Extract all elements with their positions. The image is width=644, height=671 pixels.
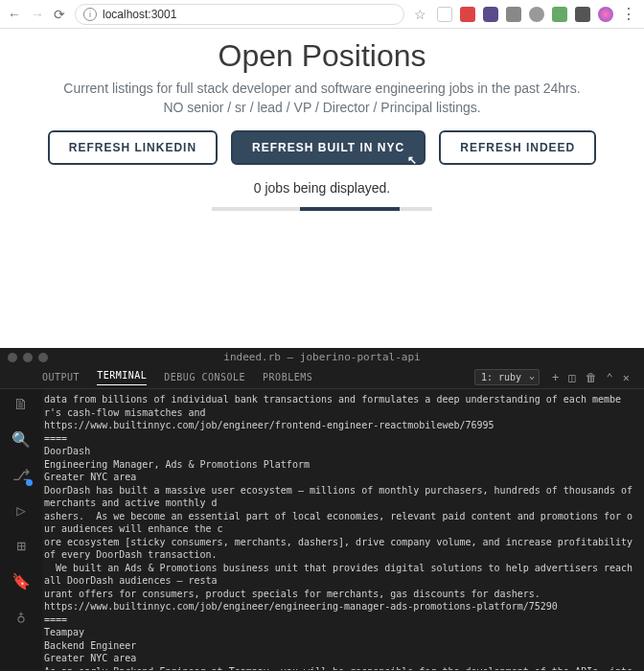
refresh-linkedin-button[interactable]: REFRESH LINKEDIN bbox=[48, 130, 218, 165]
extension-icon[interactable] bbox=[437, 7, 452, 22]
extension-icons: ☆ ⋮ bbox=[414, 5, 636, 23]
tab-debug[interactable]: DEBUG CONSOLE bbox=[164, 372, 245, 382]
browser-toolbar: ← → ⟳ i localhost:3001 ☆ ⋮ bbox=[0, 0, 644, 29]
git-graph-icon[interactable]: ♁ bbox=[16, 608, 26, 626]
search-icon[interactable]: 🔍 bbox=[12, 430, 31, 449]
files-icon[interactable]: 🗎 bbox=[13, 395, 29, 413]
tab-problems[interactable]: PROBLEMS bbox=[263, 372, 312, 382]
bookmark-icon[interactable]: ☆ bbox=[414, 7, 429, 22]
minimize-window-icon[interactable] bbox=[23, 353, 33, 362]
extension-icon[interactable] bbox=[483, 7, 498, 22]
progress-indicator bbox=[300, 207, 400, 211]
reload-icon[interactable]: ⟳ bbox=[54, 7, 65, 22]
activity-bar: 🗎 🔍 ⎇ ▷ ⊞ 🔖 ♁ bbox=[0, 389, 42, 670]
page-subtitle: Current listings for full stack develope… bbox=[19, 80, 625, 117]
url-bar[interactable]: i localhost:3001 bbox=[75, 4, 404, 25]
debug-icon[interactable]: ▷ bbox=[16, 501, 26, 520]
cursor-icon: ↖ bbox=[407, 153, 418, 167]
extension-icon[interactable] bbox=[460, 7, 475, 22]
progress-bar bbox=[212, 207, 432, 211]
site-info-icon[interactable]: i bbox=[83, 8, 97, 21]
tab-terminal[interactable]: TERMINAL bbox=[97, 370, 147, 385]
extension-icon[interactable] bbox=[575, 7, 590, 22]
forward-icon[interactable]: → bbox=[31, 7, 44, 22]
tab-output[interactable]: OUTPUT bbox=[42, 372, 80, 382]
source-control-icon[interactable]: ⎇ bbox=[12, 466, 30, 484]
bookmark-icon[interactable]: 🔖 bbox=[12, 572, 31, 590]
editor-window: indeed.rb — joberino-portal-api OUTPUT T… bbox=[0, 348, 644, 671]
maximize-window-icon[interactable] bbox=[38, 353, 48, 362]
extension-icon[interactable] bbox=[552, 7, 567, 22]
profile-avatar-icon[interactable] bbox=[598, 7, 613, 22]
close-panel-icon[interactable]: ✕ bbox=[623, 371, 630, 384]
back-icon[interactable]: ← bbox=[8, 7, 21, 22]
chevron-up-icon[interactable]: ⌃ bbox=[607, 371, 613, 384]
split-terminal-icon[interactable]: ◫ bbox=[568, 371, 575, 384]
terminal-selector[interactable]: 1: ruby bbox=[474, 369, 540, 385]
extensions-icon[interactable]: ⊞ bbox=[16, 537, 26, 555]
menu-icon[interactable]: ⋮ bbox=[621, 5, 636, 23]
terminal-output[interactable]: data from billions of individual bank tr… bbox=[42, 389, 644, 670]
new-terminal-icon[interactable]: + bbox=[552, 371, 559, 384]
jobs-status: 0 jobs being displayed. bbox=[19, 180, 625, 196]
trash-icon[interactable]: 🗑 bbox=[586, 371, 597, 384]
editor-title: indeed.rb — joberino-portal-api bbox=[0, 348, 644, 366]
refresh-indeed-button[interactable]: REFRESH INDEED bbox=[439, 130, 596, 165]
close-window-icon[interactable] bbox=[8, 353, 17, 362]
refresh-buttons: REFRESH LINKEDIN REFRESH BUILT IN NYC ↖ … bbox=[19, 130, 625, 165]
extension-icon[interactable] bbox=[506, 7, 521, 22]
url-text: localhost:3001 bbox=[103, 8, 176, 21]
extension-icon[interactable] bbox=[529, 7, 544, 22]
window-controls bbox=[8, 353, 48, 362]
page-title: Open Positions bbox=[19, 38, 625, 74]
refresh-builtin-button[interactable]: REFRESH BUILT IN NYC ↖ bbox=[231, 130, 426, 165]
page-content: Open Positions Current listings for full… bbox=[0, 29, 644, 348]
panel-tabs: OUTPUT TERMINAL DEBUG CONSOLE PROBLEMS 1… bbox=[0, 366, 644, 389]
